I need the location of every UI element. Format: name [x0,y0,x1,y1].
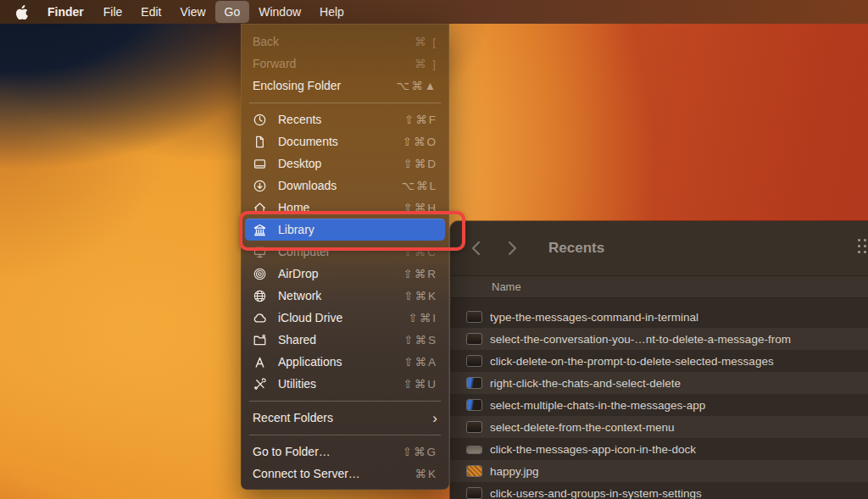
view-options-icon[interactable] [858,239,868,255]
file-thumbnail [467,312,481,322]
menu-item-enclosing-folder[interactable]: Enclosing Folder ⌥⌘▲ [241,75,449,97]
menubar-item-finder[interactable]: Finder [37,1,94,23]
menu-item-network[interactable]: Network ⇧⌘K [241,285,449,307]
menubar-item-help[interactable]: Help [310,1,353,23]
menubar-item-go[interactable]: Go [215,1,250,23]
file-list: type-the-messages-command-in-terminal se… [450,298,868,499]
menu-item-home[interactable]: Home ⇧⌘H [241,197,449,219]
menu-item-recent-folders[interactable]: Recent Folders › [241,407,449,429]
file-row[interactable]: select-delete-from-the-context-menu [450,416,868,438]
finder-window: Recents Name type-the-messages-command-i… [450,221,868,499]
file-row[interactable]: select-multiple-chats-in-the-messages-ap… [450,394,868,416]
file-thumbnail [467,400,481,410]
file-thumbnail [467,378,481,388]
file-row[interactable]: happy.jpg [450,460,868,482]
menu-item-shared[interactable]: Shared ⇧⌘S [241,329,449,351]
file-thumbnail [467,422,481,432]
screen: Finder File Edit View Go Window Help Bac… [0,0,868,499]
window-title: Recents [548,240,604,257]
menu-item-documents[interactable]: Documents ⇧⌘O [241,130,449,152]
desktop-icon [253,157,278,171]
shared-folder-icon [253,333,278,347]
computer-icon [253,245,278,259]
menu-item-library[interactable]: Library [245,219,445,241]
forward-chevron-icon [508,241,518,256]
file-thumbnail [467,356,481,366]
file-row[interactable]: click-delete-on-the-prompt-to-delete-sel… [450,350,868,372]
library-icon [253,223,278,237]
menu-divider [249,435,441,435]
airdrop-icon [253,267,278,281]
menubar-item-edit[interactable]: Edit [131,1,170,23]
menu-item-applications[interactable]: Applications ⇧⌘A [241,351,449,373]
file-thumbnail [467,488,481,498]
menu-bar: Finder File Edit View Go Window Help [0,0,868,24]
home-icon [253,201,278,215]
download-icon [253,179,278,193]
menu-item-connect-to-server[interactable]: Connect to Server… ⌘K [241,463,449,485]
cloud-icon [253,311,278,325]
menu-item-airdrop[interactable]: AirDrop ⇧⌘R [241,263,449,285]
menu-item-desktop[interactable]: Desktop ⇧⌘D [241,152,449,175]
menubar-item-file[interactable]: File [94,1,132,23]
utilities-icon [253,377,278,391]
file-row[interactable]: right-click-the-chats-and-select-delete [450,372,868,394]
forward-button[interactable] [503,238,523,258]
document-icon [253,135,278,149]
menu-item-icloud-drive[interactable]: iCloud Drive ⇧⌘I [241,307,449,329]
file-row[interactable]: click-the-messages-app-icon-in-the-dock [450,438,868,460]
menu-divider [249,401,441,402]
menubar-item-view[interactable]: View [170,1,214,23]
menu-item-forward: Forward ⌘ ] [241,53,449,75]
file-thumbnail [467,466,481,476]
chevron-right-icon: › [432,411,437,425]
column-header-name[interactable]: Name [450,275,868,298]
go-menu: Back ⌘ [ Forward ⌘ ] Enclosing Folder ⌥⌘… [241,24,449,490]
file-row[interactable]: type-the-messages-command-in-terminal [450,306,868,328]
globe-icon [253,289,278,303]
file-row[interactable]: click-users-and-groups-in-system-setting… [450,482,868,499]
back-button[interactable] [465,238,486,258]
file-row[interactable]: select-the-conversation-you-…nt-to-delet… [450,328,868,350]
menu-item-downloads[interactable]: Downloads ⌥⌘L [241,175,449,197]
menu-item-go-to-folder[interactable]: Go to Folder… ⇧⌘G [241,441,449,463]
applications-icon [253,355,278,369]
apple-icon [16,5,28,19]
menu-item-back: Back ⌘ [ [241,30,449,53]
window-toolbar: Recents [450,221,868,275]
apple-menu[interactable] [7,0,37,24]
menu-item-computer[interactable]: Computer ⇧⌘C [241,241,449,263]
menu-divider [249,103,441,103]
menu-item-recents[interactable]: Recents ⇧⌘F [241,108,449,130]
menu-item-utilities[interactable]: Utilities ⇧⌘U [241,373,449,395]
file-thumbnail [467,334,481,344]
clock-icon [253,113,278,127]
file-thumbnail [467,446,481,453]
menubar-item-window[interactable]: Window [249,1,310,23]
back-chevron-icon [470,241,481,256]
